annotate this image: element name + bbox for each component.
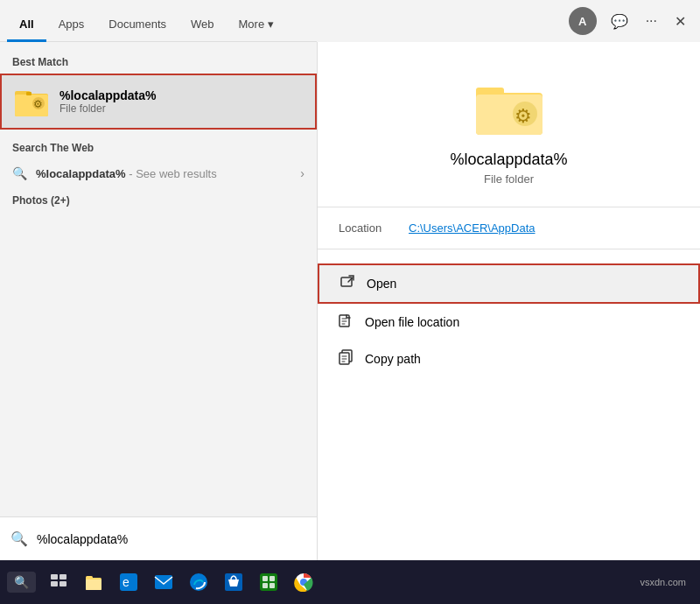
- tab-apps[interactable]: Apps: [46, 7, 97, 41]
- tab-documents[interactable]: Documents: [96, 7, 178, 41]
- location-label: Location: [339, 221, 409, 235]
- svg-rect-31: [270, 583, 275, 588]
- store-icon[interactable]: [218, 566, 249, 598]
- tab-all[interactable]: All: [7, 7, 46, 41]
- arrow-right-icon: ›: [300, 166, 304, 180]
- search-box-icon: 🔍: [10, 530, 28, 547]
- svg-rect-27: [260, 573, 277, 591]
- tab-web[interactable]: Web: [178, 7, 227, 41]
- tabs-bar: All Apps Documents Web More ▾: [0, 0, 317, 42]
- open-file-location-button[interactable]: Open file location: [318, 304, 700, 341]
- photos-label: Photos (2+): [0, 187, 317, 210]
- svg-rect-17: [51, 581, 58, 586]
- detail-title: %localappdata%: [450, 151, 567, 169]
- more-options-button[interactable]: ···: [642, 10, 661, 32]
- taskbar-search-icon: 🔍: [14, 575, 29, 589]
- tab-more[interactable]: More ▾: [227, 7, 287, 41]
- web-search-item[interactable]: 🔍 %localappdata% - See web results ›: [0, 159, 317, 187]
- best-match-title: %localappdata%: [60, 88, 156, 102]
- avatar-button[interactable]: A: [569, 7, 597, 35]
- detail-folder-icon: ⚙: [474, 77, 544, 137]
- xbox-icon[interactable]: [253, 566, 284, 598]
- chat-icon-button[interactable]: 💬: [607, 10, 632, 33]
- svg-rect-11: [341, 277, 352, 286]
- best-match-label: Best match: [0, 53, 317, 74]
- detail-actions: Open Open file location Copy path: [318, 263, 700, 377]
- copy-icon: [339, 349, 354, 369]
- folder-icon: ⚙: [14, 84, 49, 119]
- copy-path-label: Copy path: [365, 352, 421, 366]
- taskbar: 🔍 e: [0, 560, 700, 604]
- detail-subtitle: File folder: [484, 172, 534, 186]
- browser-icon[interactable]: e: [113, 566, 144, 598]
- search-box-container: 🔍: [0, 516, 317, 560]
- header-controls: A 💬 ··· ✕: [317, 0, 700, 42]
- svg-rect-15: [51, 574, 58, 579]
- copy-path-button[interactable]: Copy path: [318, 341, 700, 377]
- chevron-down-icon: ▾: [268, 18, 274, 31]
- chrome-icon[interactable]: [288, 566, 319, 598]
- svg-rect-16: [60, 574, 66, 579]
- search-icon: 🔍: [12, 166, 27, 180]
- open-button[interactable]: Open: [318, 263, 700, 304]
- svg-rect-24: [155, 575, 172, 589]
- web-search-text: %localappdata% - See web results: [36, 167, 217, 180]
- svg-text:e: e: [122, 575, 130, 589]
- detail-divider-2: [318, 249, 700, 249]
- file-location-icon: [339, 313, 354, 332]
- chat-icon: 💬: [611, 13, 628, 30]
- location-value[interactable]: C:\Users\ACER\AppData: [409, 221, 536, 235]
- ellipsis-icon: ···: [646, 13, 657, 29]
- svg-rect-3: [26, 92, 32, 95]
- taskbar-search-area[interactable]: 🔍: [7, 572, 36, 593]
- file-explorer-icon[interactable]: [78, 566, 109, 598]
- task-view-icon[interactable]: [43, 566, 74, 598]
- detail-divider: [318, 207, 700, 207]
- close-button[interactable]: ✕: [671, 10, 690, 33]
- svg-rect-29: [270, 576, 275, 581]
- search-panel: All Apps Documents Web More ▾ Best match…: [0, 0, 317, 560]
- svg-rect-18: [60, 581, 66, 586]
- mail-icon[interactable]: [148, 566, 179, 598]
- svg-rect-21: [86, 579, 102, 590]
- open-icon: [340, 274, 356, 293]
- open-file-location-label: Open file location: [365, 315, 459, 329]
- detail-meta: Location C:\Users\ACER\AppData: [318, 221, 700, 235]
- edge-icon[interactable]: [183, 566, 214, 598]
- svg-text:⚙: ⚙: [33, 98, 43, 110]
- taskbar-attribution: vsxdn.com: [640, 577, 686, 587]
- detail-panel: ⚙ %localappdata% File folder Location C:…: [317, 42, 700, 602]
- open-label: Open: [367, 277, 396, 291]
- best-match-info: %localappdata% File folder: [60, 88, 156, 115]
- web-section-label: Search the web: [0, 138, 317, 159]
- svg-rect-28: [262, 576, 268, 581]
- svg-rect-30: [262, 583, 268, 588]
- best-match-item[interactable]: ⚙ %localappdata% File folder: [0, 74, 317, 130]
- search-results: Best match ⚙ %localappdata% File folder …: [0, 42, 317, 560]
- svg-text:⚙: ⚙: [514, 105, 532, 127]
- close-icon: ✕: [675, 13, 686, 30]
- search-input[interactable]: [37, 532, 306, 546]
- best-match-subtitle: File folder: [60, 102, 156, 115]
